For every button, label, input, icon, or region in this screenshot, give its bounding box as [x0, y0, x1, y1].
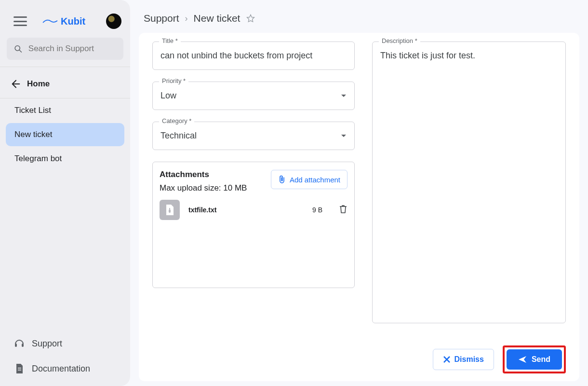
- dismiss-button[interactable]: Dismiss: [433, 349, 494, 370]
- chevron-down-icon: [341, 134, 347, 138]
- description-label: Description *: [379, 37, 420, 44]
- breadcrumb: Support › New ticket: [130, 0, 588, 31]
- svg-rect-6: [169, 209, 171, 213]
- category-select[interactable]: Technical: [152, 122, 355, 150]
- svg-rect-3: [22, 344, 24, 347]
- documentation-label: Documentation: [32, 364, 90, 374]
- field-description: Description *: [372, 41, 566, 325]
- headset-icon: [13, 338, 25, 349]
- priority-label: Priority *: [159, 77, 188, 84]
- file-icon: [160, 200, 180, 220]
- chevron-right-icon: ›: [185, 14, 188, 24]
- form-actions: Dismiss Send: [152, 345, 566, 373]
- search-input-wrap[interactable]: [7, 38, 123, 60]
- home-label: Home: [27, 79, 50, 89]
- attachments-box: Attachments Max upload size: 10 MB Add a…: [152, 162, 355, 288]
- field-category: Category * Technical: [152, 122, 355, 150]
- support-label: Support: [32, 339, 62, 349]
- brand[interactable]: Kubit: [42, 16, 85, 27]
- priority-select[interactable]: Low: [152, 82, 355, 110]
- documentation-link[interactable]: Documentation: [0, 356, 130, 381]
- svg-rect-4: [18, 368, 21, 369]
- chevron-down-icon: [341, 94, 347, 98]
- sidebar-item-new-ticket[interactable]: New ticket: [6, 123, 124, 146]
- send-button[interactable]: Send: [507, 349, 562, 370]
- sidebar-item-label: New ticket: [14, 130, 52, 139]
- home-link[interactable]: Home: [0, 70, 130, 98]
- sidebar-item-label: Ticket List: [14, 106, 51, 115]
- breadcrumb-current: New ticket: [194, 13, 241, 24]
- arrow-left-icon: [11, 79, 21, 89]
- sidebar: Kubit Home Ticket List New ticket Telegr…: [0, 0, 130, 386]
- avatar[interactable]: [106, 14, 121, 29]
- add-attachment-label: Add attachment: [290, 176, 340, 184]
- category-label: Category *: [159, 117, 194, 124]
- attachments-hint: Max upload size: 10 MB: [160, 183, 247, 193]
- svg-rect-7: [169, 208, 170, 209]
- send-icon: [518, 356, 527, 363]
- svg-rect-5: [18, 370, 21, 371]
- close-icon: [443, 356, 451, 363]
- svg-line-1: [19, 50, 21, 52]
- support-link[interactable]: Support: [0, 331, 130, 356]
- file-size: 9 B: [312, 206, 322, 214]
- svg-rect-2: [15, 344, 17, 347]
- brand-logo-icon: [42, 17, 58, 26]
- sidebar-item-telegram-bot[interactable]: Telegram bot: [6, 147, 124, 170]
- document-icon: [13, 363, 25, 374]
- menu-icon[interactable]: [13, 16, 27, 26]
- priority-value: Low: [160, 91, 176, 101]
- brand-name: Kubit: [61, 16, 85, 27]
- main: Support › New ticket Title * Priority * …: [130, 0, 588, 386]
- trash-icon: [339, 204, 347, 214]
- delete-attachment-button[interactable]: [339, 204, 347, 216]
- breadcrumb-support[interactable]: Support: [144, 13, 179, 24]
- attachment-row: txtfile.txt 9 B: [160, 200, 347, 220]
- send-label: Send: [532, 355, 550, 364]
- paperclip-icon: [278, 175, 286, 184]
- sidebar-item-ticket-list[interactable]: Ticket List: [6, 99, 124, 122]
- search-icon: [13, 43, 23, 54]
- file-name: txtfile.txt: [188, 206, 304, 214]
- title-label: Title *: [159, 37, 181, 44]
- star-icon[interactable]: [246, 14, 255, 23]
- field-priority: Priority * Low: [152, 82, 355, 110]
- send-highlight: Send: [503, 345, 566, 373]
- description-input[interactable]: [372, 41, 566, 323]
- dismiss-label: Dismiss: [454, 355, 484, 364]
- add-attachment-button[interactable]: Add attachment: [271, 170, 347, 189]
- category-value: Technical: [160, 131, 197, 141]
- search-input[interactable]: [28, 44, 117, 54]
- sidebar-item-label: Telegram bot: [14, 154, 62, 164]
- attachments-heading: Attachments: [160, 170, 247, 179]
- title-input[interactable]: [152, 41, 355, 70]
- field-title: Title *: [152, 41, 355, 70]
